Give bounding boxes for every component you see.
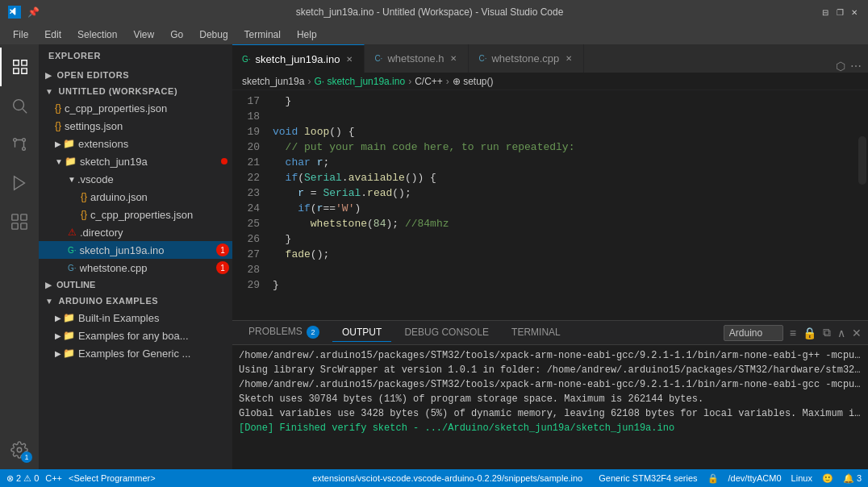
programmer-label: <Select Programmer> — [69, 473, 156, 483]
tab-debug-console[interactable]: DEBUG CONSOLE — [394, 323, 499, 342]
status-notifications[interactable]: 🔔 3 — [843, 473, 862, 484]
status-port[interactable]: /dev/ttyACM0 — [728, 473, 782, 483]
status-board[interactable]: Generic STM32F4 series — [599, 473, 697, 483]
arduino-select[interactable]: Arduino — [724, 325, 783, 341]
activity-search[interactable] — [0, 86, 39, 125]
menu-view[interactable]: View — [127, 27, 161, 42]
panel-tabs: PROBLEMS 2 OUTPUT DEBUG CONSOLE TERMINAL… — [232, 321, 868, 345]
menu-help[interactable]: Help — [290, 27, 323, 42]
code-editor[interactable]: 17 18 19 20 21 22 23 24 25 26 27 28 29 }… — [232, 90, 868, 320]
output-line: Sketch uses 30784 bytes (11%) of program… — [239, 392, 862, 406]
json-icon: {} — [81, 191, 87, 202]
tab-close[interactable]: ✕ — [449, 53, 458, 64]
folder-builtin[interactable]: ▶ 📁 Built-in Examples — [39, 309, 232, 327]
breadcrumb: sketch_jun19a › G· sketch_jun19a.ino › C… — [232, 73, 868, 90]
minimize-button[interactable]: ⊟ — [820, 6, 831, 18]
menu-terminal[interactable]: Terminal — [238, 27, 287, 42]
breadcrumb-part1[interactable]: sketch_jun19a — [242, 76, 304, 87]
json-icon: {} — [55, 120, 61, 131]
section-outline[interactable]: ▶ OUTLINE — [39, 277, 232, 293]
close-button[interactable]: ✕ — [849, 6, 860, 18]
folder-label: extensions — [78, 138, 232, 150]
status-lock[interactable]: 🔒 — [707, 473, 719, 484]
window-controls[interactable]: ⊟ ❐ ✕ — [820, 6, 860, 18]
tab-terminal[interactable]: TERMINAL — [502, 323, 570, 342]
folder-vscode[interactable]: ▼ .vscode — [39, 170, 232, 188]
split-editor-icon[interactable]: ⬡ — [836, 60, 845, 73]
output-label: OUTPUT — [342, 327, 382, 338]
folder-label: Examples for Generic ... — [78, 348, 232, 360]
file-c-cpp-properties[interactable]: {} c_cpp_properties.json — [39, 99, 232, 117]
sidebar-header: Explorer — [39, 44, 232, 67]
breadcrumb-part2[interactable]: G· sketch_jun19a.ino — [314, 76, 405, 87]
file-settings-json[interactable]: {} settings.json — [39, 117, 232, 135]
scrollbar-thumb[interactable] — [858, 136, 866, 185]
tab-label: whetstone.h — [387, 52, 444, 65]
terminal-label: TERMINAL — [511, 327, 561, 338]
tab-problems[interactable]: PROBLEMS 2 — [239, 323, 329, 343]
menu-go[interactable]: Go — [164, 27, 190, 42]
menu-edit[interactable]: Edit — [38, 27, 68, 42]
chevron-workspace: ▼ — [45, 87, 53, 96]
sidebar-content: ▶ OPEN EDITORS ▼ UNTITLED (WORKSPACE) {}… — [39, 67, 232, 469]
tab-whetstone-cpp[interactable]: C· whetstone.cpp ✕ — [469, 44, 584, 73]
open-editors-header[interactable]: ▶ OPEN EDITORS — [39, 67, 232, 83]
file-label: whetstone.cpp — [80, 262, 216, 274]
tab-output[interactable]: OUTPUT — [332, 323, 391, 342]
panel-content[interactable]: /home/andrew/.arduino15/packages/STM32/t… — [232, 345, 868, 469]
arduino-examples-header[interactable]: ▼ ARDUINO EXAMPLES — [39, 293, 232, 309]
activity-run[interactable] — [0, 164, 39, 202]
menu-selection[interactable]: Selection — [71, 27, 123, 42]
breadcrumb-part4[interactable]: ⊕ setup() — [453, 76, 494, 87]
file-directory[interactable]: ⚠ .directory — [39, 223, 232, 241]
panel-copy-icon[interactable]: ⧉ — [823, 326, 831, 339]
file-c-cpp-properties2[interactable]: {} c_cpp_properties.json — [39, 206, 232, 223]
output-line-done: [Done] Finished verify sketch - .../Ardu… — [239, 421, 862, 435]
menu-file[interactable]: File — [6, 27, 35, 42]
tab-close[interactable]: ✕ — [344, 54, 354, 65]
tab-sketch-ino[interactable]: G· sketch_jun19a.ino ✕ — [232, 44, 365, 73]
folder-examples-generic[interactable]: ▶ 📁 Examples for Generic ... — [39, 344, 232, 362]
status-language[interactable]: C++ — [45, 473, 62, 483]
chevron-sketch: ▼ — [55, 157, 63, 166]
tab-whetstone-h[interactable]: C· whetstone.h ✕ — [365, 44, 469, 73]
file-whetstone-cpp[interactable]: G· whetstone.cpp 1 — [39, 259, 232, 277]
error-badge: 1 — [216, 244, 229, 256]
status-programmer[interactable]: <Select Programmer> — [69, 473, 156, 483]
more-actions-icon[interactable]: ⋯ — [850, 60, 862, 73]
file-arduino-json[interactable]: {} arduino.json — [39, 188, 232, 206]
panel-lock-icon[interactable]: 🔒 — [803, 327, 816, 339]
error-badge: 1 — [216, 261, 229, 274]
panel-close-icon[interactable]: ✕ — [852, 327, 862, 339]
folder-extensions[interactable]: ▶ 📁 extensions — [39, 135, 232, 152]
activity-source-control[interactable] — [0, 125, 39, 164]
status-os[interactable]: Linux — [791, 473, 812, 483]
titlebar: 📌 sketch_jun19a.ino - Untitled (Workspac… — [0, 0, 868, 24]
folder-label: .vscode — [77, 173, 232, 185]
folder-sketch-jun19a[interactable]: ▼ 📁 sketch_jun19a — [39, 152, 232, 170]
status-errors[interactable]: ⊗ 2 ⚠ 0 — [6, 473, 39, 484]
tab-close[interactable]: ✕ — [564, 53, 574, 64]
activity-explorer[interactable] — [0, 48, 39, 86]
minimap — [820, 90, 868, 320]
menu-debug[interactable]: Debug — [193, 27, 234, 42]
window-title: sketch_jun19a.ino - Untitled (Workspace)… — [40, 6, 820, 18]
breadcrumb-sep3: › — [446, 76, 449, 87]
pin-icon: 📌 — [27, 6, 40, 18]
workspace-label: UNTITLED (WORKSPACE) — [58, 86, 177, 96]
code-content[interactable]: } void loop() { // put your main code he… — [266, 90, 820, 320]
svg-point-3 — [23, 148, 26, 151]
activity-settings[interactable]: 1 — [0, 431, 39, 469]
panel-list-icon[interactable]: ≡ — [790, 327, 796, 339]
file-label: c_cpp_properties.json — [90, 209, 232, 221]
maximize-button[interactable]: ❐ — [834, 6, 845, 18]
status-smiley[interactable]: 🙂 — [822, 473, 833, 484]
panel-up-icon[interactable]: ∧ — [837, 327, 845, 339]
activity-extensions[interactable] — [0, 202, 39, 241]
breadcrumb-part3[interactable]: C/C++ — [415, 76, 443, 87]
workspace-header[interactable]: ▼ UNTITLED (WORKSPACE) — [39, 83, 232, 99]
scrollbar[interactable] — [857, 90, 868, 320]
folder-examples-any-board[interactable]: ▶ 📁 Examples for any boa... — [39, 327, 232, 344]
titlebar-icons: 📌 — [8, 6, 40, 19]
file-sketch-ino[interactable]: G· sketch_jun19a.ino 1 — [39, 241, 232, 259]
